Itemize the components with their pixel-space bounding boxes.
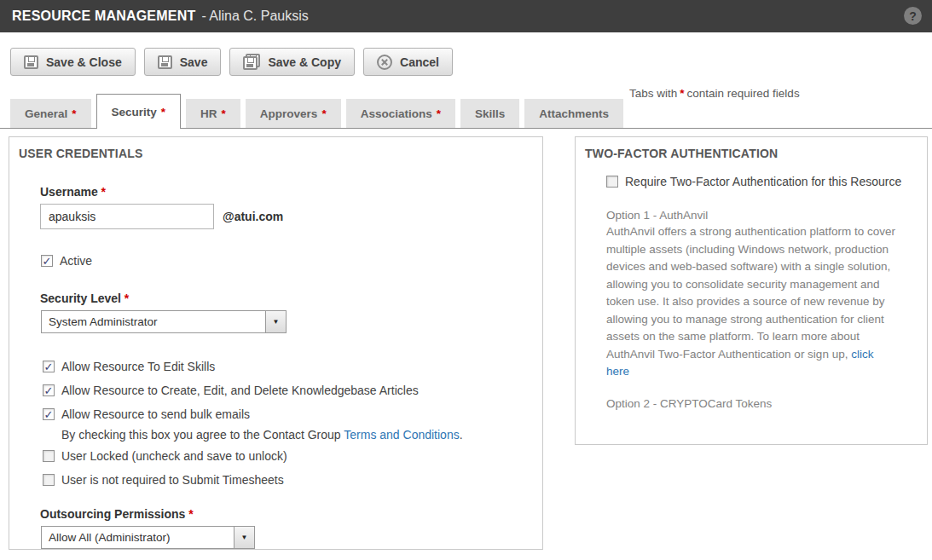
active-checkbox[interactable]: ✓ [41, 255, 53, 267]
required-asterisk: * [124, 292, 129, 305]
option2-title: Option 2 - CRYPTOCard Tokens [606, 397, 901, 410]
terms-and-conditions-link[interactable]: Terms and Conditions [344, 428, 459, 442]
cancel-icon [377, 55, 392, 70]
tab-approvers[interactable]: Approvers* [246, 99, 341, 129]
required-asterisk: * [188, 507, 193, 521]
user-credentials-panel: USER CREDENTIALS Username * @atui.com ✓ … [9, 136, 543, 550]
bulk-emails-checkbox[interactable]: ✓ [43, 408, 55, 420]
option1-title: Option 1 - AuthAnvil [606, 209, 901, 222]
toolbar-buttons: Save & Close Save Save & Copy Cancel [10, 48, 453, 76]
knowledgebase-checkbox[interactable]: ✓ [43, 384, 55, 396]
floppy-front [243, 56, 258, 70]
tab-label: General [25, 107, 67, 120]
two-factor-authentication-panel: TWO-FACTOR AUTHENTICATION ✓ Require Two-… [575, 136, 928, 445]
require-2fa-label: Require Two-Factor Authentication for th… [625, 175, 901, 188]
tab-general[interactable]: General* [10, 99, 91, 129]
option1-description: AuthAnvil offers a strong authentication… [606, 223, 898, 381]
bulk-emails-checkbox-row: ✓ Allow Resource to send bulk emails [43, 407, 542, 423]
permissions-checkbox-group: ✓ Allow Resource To Edit Skills ✓ Allow … [43, 359, 542, 488]
required-asterisk: * [161, 106, 165, 118]
checkmark-icon: ✓ [44, 361, 54, 372]
security-level-label-text: Security Level [40, 292, 121, 305]
checkmark-icon: ✓ [44, 409, 54, 420]
edit-skills-checkbox[interactable]: ✓ [43, 361, 55, 372]
option1-body-text: AuthAnvil offers a strong authentication… [606, 225, 895, 361]
tab-label: Associations [361, 107, 432, 120]
resource-management-window: RESOURCE MANAGEMENT - Alina C. Pauksis ?… [0, 0, 932, 560]
page-title: RESOURCE MANAGEMENT [12, 9, 195, 24]
user-locked-label: User Locked (uncheck and save to unlock) [61, 448, 287, 465]
knowledgebase-checkbox-row: ✓ Allow Resource to Create, Edit, and De… [43, 383, 542, 399]
required-asterisk: * [222, 107, 226, 120]
terms-note-prefix: By checking this box you agree to the Co… [61, 428, 344, 442]
tab-label: Approvers [260, 107, 318, 120]
chevron-down-icon: ▼ [273, 318, 280, 326]
save-and-copy-button[interactable]: Save & Copy [229, 48, 355, 76]
required-asterisk: * [321, 107, 326, 120]
require-2fa-checkbox-row: ✓ Require Two-Factor Authentication for … [606, 173, 903, 191]
tab-label: Attachments [539, 107, 609, 120]
bulk-emails-label: Allow Resource to send bulk emails [61, 407, 250, 423]
checkmark-icon: ✓ [44, 385, 54, 396]
outsourcing-permissions-label: Outsourcing Permissions * [40, 507, 542, 521]
email-domain-suffix: @atui.com [223, 210, 283, 223]
active-checkbox-label: Active [60, 253, 92, 269]
chevron-down-icon: ▼ [241, 534, 248, 541]
timesheets-checkbox[interactable]: ✓ [43, 474, 55, 486]
dropdown-arrow-button[interactable]: ▼ [234, 527, 254, 548]
active-checkbox-row: ✓ Active [41, 253, 542, 269]
page-subtitle: - Alina C. Pauksis [201, 9, 308, 24]
save-label: Save [180, 55, 208, 69]
user-locked-checkbox[interactable]: ✓ [43, 450, 55, 462]
tab-label: Skills [475, 107, 505, 120]
save-and-copy-label: Save & Copy [268, 55, 341, 69]
help-icon[interactable]: ? [904, 7, 922, 25]
checkmark-icon: ✓ [43, 256, 52, 267]
timesheets-label: User is not required to Submit Timesheet… [61, 472, 284, 488]
required-asterisk: * [101, 185, 106, 199]
tab-hr[interactable]: HR* [186, 99, 240, 129]
tab-bar: General* Security* HR* Approvers* Associ… [0, 92, 932, 129]
save-and-close-button[interactable]: Save & Close [10, 48, 136, 76]
tab-security[interactable]: Security* [96, 94, 182, 129]
save-and-close-label: Save & Close [46, 55, 122, 69]
two-factor-title: TWO-FACTOR AUTHENTICATION [585, 147, 927, 160]
tab-skills[interactable]: Skills [460, 99, 519, 129]
username-label: Username * [40, 185, 542, 199]
required-asterisk: * [437, 107, 441, 120]
save-button[interactable]: Save [144, 48, 222, 76]
save-icon [158, 55, 172, 69]
main-content: USER CREDENTIALS Username * @atui.com ✓ … [0, 129, 932, 560]
tab-label: Security [112, 106, 157, 118]
require-2fa-checkbox[interactable]: ✓ [606, 176, 618, 188]
tab-associations[interactable]: Associations* [346, 99, 455, 129]
edit-skills-checkbox-row: ✓ Allow Resource To Edit Skills [43, 359, 542, 375]
username-label-text: Username [40, 185, 98, 199]
save-copy-icon [243, 54, 260, 70]
cancel-button[interactable]: Cancel [363, 48, 453, 76]
terms-note-suffix: . [460, 428, 463, 442]
timesheets-checkbox-row: ✓ User is not required to Submit Timeshe… [43, 472, 542, 488]
outsourcing-permissions-select[interactable]: Allow All (Administrator) ▼ [41, 526, 255, 549]
tab-label: HR [200, 107, 217, 120]
required-asterisk: * [72, 107, 76, 120]
username-input[interactable] [40, 204, 214, 229]
username-row: @atui.com [40, 204, 542, 229]
tab-attachments[interactable]: Attachments [524, 99, 623, 129]
save-icon [24, 55, 38, 69]
outsourcing-label-text: Outsourcing Permissions [40, 507, 185, 521]
user-credentials-title: USER CREDENTIALS [19, 147, 542, 160]
cancel-label: Cancel [400, 55, 439, 69]
edit-skills-label: Allow Resource To Edit Skills [61, 359, 215, 375]
toolbar: Save & Close Save Save & Copy Cancel Tab… [0, 32, 932, 92]
outsourcing-permissions-value: Allow All (Administrator) [42, 527, 234, 548]
title-bar: RESOURCE MANAGEMENT - Alina C. Pauksis ? [0, 0, 932, 32]
security-level-select[interactable]: System Administrator ▼ [41, 310, 287, 333]
user-locked-checkbox-row: ✓ User Locked (uncheck and save to unloc… [43, 448, 542, 465]
security-level-value: System Administrator [42, 311, 265, 332]
help-glyph: ? [909, 9, 917, 23]
dropdown-arrow-button[interactable]: ▼ [265, 311, 286, 332]
knowledgebase-label: Allow Resource to Create, Edit, and Dele… [61, 383, 419, 399]
terms-note: By checking this box you agree to the Co… [61, 428, 542, 442]
security-level-label: Security Level * [40, 292, 542, 305]
